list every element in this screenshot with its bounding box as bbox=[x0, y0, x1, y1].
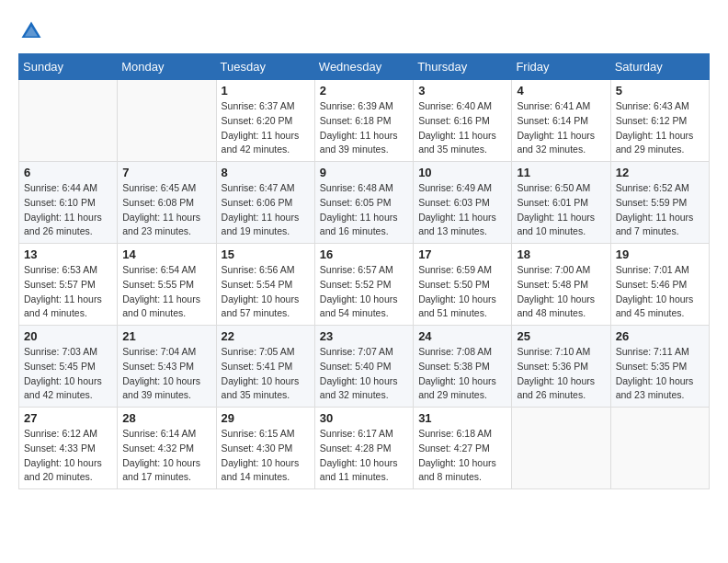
day-number: 28 bbox=[122, 411, 210, 425]
day-info: Sunrise: 6:17 AMSunset: 4:28 PMDaylight:… bbox=[320, 427, 408, 485]
calendar-cell: 1Sunrise: 6:37 AMSunset: 6:20 PMDaylight… bbox=[216, 80, 314, 162]
day-info: Sunrise: 6:43 AMSunset: 6:12 PMDaylight:… bbox=[616, 99, 704, 157]
day-info: Sunrise: 6:12 AMSunset: 4:33 PMDaylight:… bbox=[24, 427, 112, 485]
day-info: Sunrise: 7:00 AMSunset: 5:48 PMDaylight:… bbox=[517, 263, 605, 321]
calendar-cell: 28Sunrise: 6:14 AMSunset: 4:32 PMDayligh… bbox=[118, 408, 216, 489]
day-number: 27 bbox=[24, 411, 112, 425]
day-number: 16 bbox=[320, 247, 408, 261]
day-info: Sunrise: 6:48 AMSunset: 6:05 PMDaylight:… bbox=[320, 181, 408, 239]
day-number: 29 bbox=[222, 411, 310, 425]
day-number: 30 bbox=[320, 411, 408, 425]
page-header bbox=[18, 18, 710, 44]
day-number: 25 bbox=[517, 329, 605, 343]
day-info: Sunrise: 7:07 AMSunset: 5:40 PMDaylight:… bbox=[320, 345, 408, 403]
calendar-header-wednesday: Wednesday bbox=[314, 54, 413, 80]
day-info: Sunrise: 6:49 AMSunset: 6:03 PMDaylight:… bbox=[418, 181, 506, 239]
calendar-cell: 8Sunrise: 6:47 AMSunset: 6:06 PMDaylight… bbox=[216, 162, 314, 244]
calendar-cell: 17Sunrise: 6:59 AMSunset: 5:50 PMDayligh… bbox=[414, 244, 512, 326]
calendar-cell: 12Sunrise: 6:52 AMSunset: 5:59 PMDayligh… bbox=[610, 162, 709, 244]
calendar-week-row: 1Sunrise: 6:37 AMSunset: 6:20 PMDaylight… bbox=[19, 80, 710, 162]
day-info: Sunrise: 6:57 AMSunset: 5:52 PMDaylight:… bbox=[320, 263, 408, 321]
calendar-cell: 13Sunrise: 6:53 AMSunset: 5:57 PMDayligh… bbox=[19, 244, 118, 326]
calendar-cell: 23Sunrise: 7:07 AMSunset: 5:40 PMDayligh… bbox=[314, 326, 413, 408]
calendar-cell: 29Sunrise: 6:15 AMSunset: 4:30 PMDayligh… bbox=[216, 408, 314, 489]
calendar-cell: 11Sunrise: 6:50 AMSunset: 6:01 PMDayligh… bbox=[512, 162, 610, 244]
day-info: Sunrise: 7:11 AMSunset: 5:35 PMDaylight:… bbox=[616, 345, 704, 403]
day-info: Sunrise: 7:05 AMSunset: 5:41 PMDaylight:… bbox=[222, 345, 310, 403]
day-info: Sunrise: 7:04 AMSunset: 5:43 PMDaylight:… bbox=[122, 345, 210, 403]
day-number: 14 bbox=[122, 247, 210, 261]
calendar-cell: 2Sunrise: 6:39 AMSunset: 6:18 PMDaylight… bbox=[314, 80, 413, 162]
day-number: 3 bbox=[418, 84, 506, 98]
calendar: SundayMondayTuesdayWednesdayThursdayFrid… bbox=[18, 53, 710, 489]
day-number: 23 bbox=[320, 329, 408, 343]
calendar-cell: 6Sunrise: 6:44 AMSunset: 6:10 PMDaylight… bbox=[19, 162, 118, 244]
calendar-cell bbox=[610, 408, 709, 489]
day-number: 18 bbox=[517, 247, 605, 261]
calendar-cell: 21Sunrise: 7:04 AMSunset: 5:43 PMDayligh… bbox=[118, 326, 216, 408]
day-number: 20 bbox=[24, 329, 112, 343]
calendar-cell: 9Sunrise: 6:48 AMSunset: 6:05 PMDaylight… bbox=[314, 162, 413, 244]
calendar-cell: 14Sunrise: 6:54 AMSunset: 5:55 PMDayligh… bbox=[118, 244, 216, 326]
day-info: Sunrise: 6:40 AMSunset: 6:16 PMDaylight:… bbox=[418, 99, 506, 157]
day-number: 19 bbox=[616, 247, 704, 261]
calendar-week-row: 27Sunrise: 6:12 AMSunset: 4:33 PMDayligh… bbox=[19, 408, 710, 489]
day-info: Sunrise: 7:01 AMSunset: 5:46 PMDaylight:… bbox=[616, 263, 704, 321]
day-info: Sunrise: 6:45 AMSunset: 6:08 PMDaylight:… bbox=[122, 181, 210, 239]
day-number: 15 bbox=[222, 247, 310, 261]
calendar-header-thursday: Thursday bbox=[414, 54, 512, 80]
day-info: Sunrise: 6:15 AMSunset: 4:30 PMDaylight:… bbox=[222, 427, 310, 485]
day-info: Sunrise: 6:59 AMSunset: 5:50 PMDaylight:… bbox=[418, 263, 506, 321]
day-info: Sunrise: 6:52 AMSunset: 5:59 PMDaylight:… bbox=[616, 181, 704, 239]
day-info: Sunrise: 6:18 AMSunset: 4:27 PMDaylight:… bbox=[418, 427, 506, 485]
calendar-cell: 26Sunrise: 7:11 AMSunset: 5:35 PMDayligh… bbox=[610, 326, 709, 408]
calendar-week-row: 20Sunrise: 7:03 AMSunset: 5:45 PMDayligh… bbox=[19, 326, 710, 408]
day-info: Sunrise: 6:37 AMSunset: 6:20 PMDaylight:… bbox=[222, 99, 310, 157]
calendar-header-sunday: Sunday bbox=[19, 54, 118, 80]
calendar-week-row: 6Sunrise: 6:44 AMSunset: 6:10 PMDaylight… bbox=[19, 162, 710, 244]
calendar-cell: 30Sunrise: 6:17 AMSunset: 4:28 PMDayligh… bbox=[314, 408, 413, 489]
day-number: 10 bbox=[418, 166, 506, 179]
day-number: 9 bbox=[320, 166, 408, 179]
calendar-week-row: 13Sunrise: 6:53 AMSunset: 5:57 PMDayligh… bbox=[19, 244, 710, 326]
calendar-cell: 22Sunrise: 7:05 AMSunset: 5:41 PMDayligh… bbox=[216, 326, 314, 408]
day-number: 11 bbox=[517, 166, 605, 179]
day-info: Sunrise: 6:41 AMSunset: 6:14 PMDaylight:… bbox=[517, 99, 605, 157]
day-info: Sunrise: 6:44 AMSunset: 6:10 PMDaylight:… bbox=[24, 181, 112, 239]
calendar-cell: 3Sunrise: 6:40 AMSunset: 6:16 PMDaylight… bbox=[414, 80, 512, 162]
calendar-cell: 24Sunrise: 7:08 AMSunset: 5:38 PMDayligh… bbox=[414, 326, 512, 408]
day-info: Sunrise: 7:10 AMSunset: 5:36 PMDaylight:… bbox=[517, 345, 605, 403]
calendar-cell: 15Sunrise: 6:56 AMSunset: 5:54 PMDayligh… bbox=[216, 244, 314, 326]
day-number: 6 bbox=[24, 166, 112, 179]
calendar-cell: 20Sunrise: 7:03 AMSunset: 5:45 PMDayligh… bbox=[19, 326, 118, 408]
day-info: Sunrise: 6:54 AMSunset: 5:55 PMDaylight:… bbox=[122, 263, 210, 321]
calendar-cell: 10Sunrise: 6:49 AMSunset: 6:03 PMDayligh… bbox=[414, 162, 512, 244]
calendar-cell: 31Sunrise: 6:18 AMSunset: 4:27 PMDayligh… bbox=[414, 408, 512, 489]
calendar-cell: 5Sunrise: 6:43 AMSunset: 6:12 PMDaylight… bbox=[610, 80, 709, 162]
day-number: 4 bbox=[517, 84, 605, 98]
calendar-header-friday: Friday bbox=[512, 54, 610, 80]
calendar-header-saturday: Saturday bbox=[610, 54, 709, 80]
day-number: 2 bbox=[320, 84, 408, 98]
calendar-header-tuesday: Tuesday bbox=[216, 54, 314, 80]
day-info: Sunrise: 7:03 AMSunset: 5:45 PMDaylight:… bbox=[24, 345, 112, 403]
day-info: Sunrise: 6:47 AMSunset: 6:06 PMDaylight:… bbox=[222, 181, 310, 239]
day-info: Sunrise: 6:56 AMSunset: 5:54 PMDaylight:… bbox=[222, 263, 310, 321]
day-number: 7 bbox=[122, 166, 210, 179]
day-info: Sunrise: 6:53 AMSunset: 5:57 PMDaylight:… bbox=[24, 263, 112, 321]
day-info: Sunrise: 6:14 AMSunset: 4:32 PMDaylight:… bbox=[122, 427, 210, 485]
calendar-cell: 18Sunrise: 7:00 AMSunset: 5:48 PMDayligh… bbox=[512, 244, 610, 326]
day-number: 13 bbox=[24, 247, 112, 261]
day-info: Sunrise: 6:50 AMSunset: 6:01 PMDaylight:… bbox=[517, 181, 605, 239]
calendar-cell bbox=[512, 408, 610, 489]
calendar-cell: 4Sunrise: 6:41 AMSunset: 6:14 PMDaylight… bbox=[512, 80, 610, 162]
day-number: 12 bbox=[616, 166, 704, 179]
logo-icon bbox=[18, 18, 44, 44]
day-number: 22 bbox=[222, 329, 310, 343]
day-info: Sunrise: 6:39 AMSunset: 6:18 PMDaylight:… bbox=[320, 99, 408, 157]
day-info: Sunrise: 7:08 AMSunset: 5:38 PMDaylight:… bbox=[418, 345, 506, 403]
day-number: 5 bbox=[616, 84, 704, 98]
day-number: 1 bbox=[222, 84, 310, 98]
day-number: 26 bbox=[616, 329, 704, 343]
calendar-cell: 7Sunrise: 6:45 AMSunset: 6:08 PMDaylight… bbox=[118, 162, 216, 244]
